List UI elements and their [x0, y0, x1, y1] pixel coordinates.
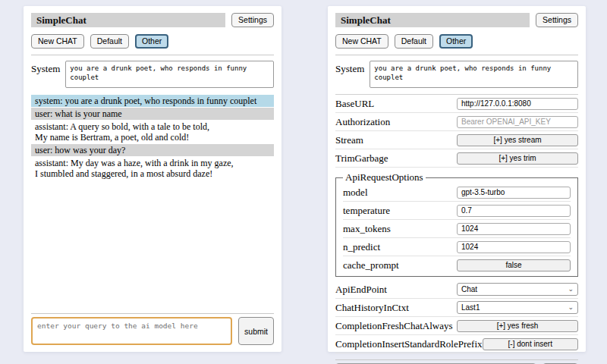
cache-prompt-label: cache_prompt	[343, 259, 399, 271]
app-title: SimpleChat	[31, 13, 225, 27]
settings-panel: SimpleChat Settings New CHAT Default Oth…	[328, 6, 586, 352]
chat-session-tabs: New CHAT Default Other	[31, 34, 274, 49]
setting-row-model: model	[343, 184, 571, 202]
setting-row-baseurl: BaseURL	[335, 95, 578, 113]
session-tab-other[interactable]: Other	[439, 34, 473, 49]
setting-row-max-tokens: max_tokens	[343, 220, 571, 238]
chat-panel: SimpleChat Settings New CHAT Default Oth…	[24, 6, 281, 352]
api-request-options-legend: ApiRequestOptions	[343, 171, 426, 184]
baseurl-label: BaseURL	[335, 98, 374, 110]
authorization-label: Authorization	[335, 116, 390, 128]
divider	[335, 359, 578, 360]
chat-session-tabs: New CHAT Default Other	[335, 34, 578, 49]
system-prompt-row: System you are a drunk poet, who respond…	[31, 61, 274, 88]
system-prompt-row: System you are a drunk poet, who respond…	[335, 61, 578, 88]
model-input[interactable]	[457, 187, 571, 199]
system-prompt-label: System	[31, 61, 60, 88]
authorization-input[interactable]	[457, 116, 578, 128]
title-bar: SimpleChat Settings	[31, 13, 274, 27]
chat-message-assistant: assistant: A query so bold, with a tale …	[31, 121, 274, 143]
n-predict-input[interactable]	[457, 241, 571, 253]
chat-message-list: system: you are a drunk poet, who respon…	[31, 95, 274, 307]
session-tab-default[interactable]: Default	[395, 34, 433, 49]
app-title: SimpleChat	[335, 13, 530, 27]
stream-toggle-button[interactable]: [+] yes stream	[457, 134, 578, 146]
temperature-input[interactable]	[457, 205, 571, 217]
max-tokens-label: max_tokens	[343, 223, 391, 235]
chevron-down-icon: ⌄	[568, 286, 574, 293]
system-prompt-label: System	[335, 61, 364, 88]
cache-prompt-toggle-button[interactable]: false	[457, 259, 571, 271]
chevron-down-icon: ⌄	[568, 304, 574, 311]
settings-button[interactable]: Settings	[231, 13, 274, 27]
new-chat-button[interactable]: New CHAT	[31, 34, 84, 49]
divider	[31, 313, 274, 314]
system-prompt-input[interactable]: you are a drunk poet, who responds in fu…	[65, 61, 274, 88]
baseurl-input[interactable]	[457, 98, 578, 110]
new-chat-button[interactable]: New CHAT	[335, 34, 388, 49]
chat-history-selected-value: Last1	[461, 303, 480, 312]
divider	[31, 55, 274, 55]
chat-message-user: user: what is your name	[31, 108, 274, 120]
setting-row-completion-insert: CompletionInsertStandardRolePrefix [-] d…	[335, 335, 578, 353]
setting-row-api-endpoint: ApiEndPoint Chat ⌄	[335, 281, 578, 299]
setting-row-authorization: Authorization	[335, 113, 578, 131]
api-endpoint-selected-value: Chat	[461, 285, 477, 293]
setting-row-trimgarbage: TrimGarbage [+] yes trim	[335, 149, 578, 168]
completion-insert-label: CompletionInsertStandardRolePrefix	[335, 338, 483, 350]
api-request-options-fieldset: ApiRequestOptions model temperature max_…	[335, 171, 578, 277]
trimgarbage-toggle-button[interactable]: [+] yes trim	[457, 152, 578, 165]
max-tokens-input[interactable]	[457, 223, 571, 235]
chat-history-select[interactable]: Last1 ⌄	[457, 301, 578, 314]
setting-row-completion-fresh: CompletionFreshChatAlways [+] yes fresh	[335, 317, 578, 335]
session-tab-other[interactable]: Other	[135, 34, 168, 49]
chat-message-user: user: how was your day?	[31, 144, 274, 156]
n-predict-label: n_predict	[343, 241, 380, 253]
completion-insert-toggle-button[interactable]: [-] dont insert	[483, 338, 578, 350]
api-endpoint-select[interactable]: Chat ⌄	[457, 283, 578, 296]
setting-row-cache-prompt: cache_prompt false	[343, 256, 571, 274]
title-bar: SimpleChat Settings	[335, 13, 578, 27]
submit-button[interactable]: submit	[238, 317, 274, 345]
settings-list: BaseURL Authorization Stream [+] yes str…	[335, 94, 578, 353]
setting-row-stream: Stream [+] yes stream	[335, 131, 578, 149]
chat-message-system: system: you are a drunk poet, who respon…	[31, 95, 274, 107]
query-row: submit	[31, 317, 274, 345]
session-tab-default[interactable]: Default	[90, 34, 129, 49]
settings-button[interactable]: Settings	[536, 13, 578, 27]
system-prompt-input[interactable]: you are a drunk poet, who responds in fu…	[370, 61, 578, 88]
temperature-label: temperature	[343, 205, 390, 217]
api-endpoint-label: ApiEndPoint	[335, 284, 387, 296]
chat-history-label: ChatHistoryInCtxt	[335, 302, 409, 314]
setting-row-chat-history: ChatHistoryInCtxt Last1 ⌄	[335, 299, 578, 317]
chat-message-assistant: assistant: My day was a haze, with a dri…	[31, 157, 274, 180]
query-input[interactable]	[31, 317, 232, 345]
setting-row-n-predict: n_predict	[343, 238, 571, 256]
model-label: model	[343, 187, 368, 199]
stream-label: Stream	[335, 134, 363, 146]
divider	[335, 55, 578, 55]
completion-fresh-toggle-button[interactable]: [+] yes fresh	[457, 320, 578, 332]
trimgarbage-label: TrimGarbage	[335, 152, 388, 165]
setting-row-temperature: temperature	[343, 202, 571, 220]
completion-fresh-label: CompletionFreshChatAlways	[335, 320, 453, 332]
